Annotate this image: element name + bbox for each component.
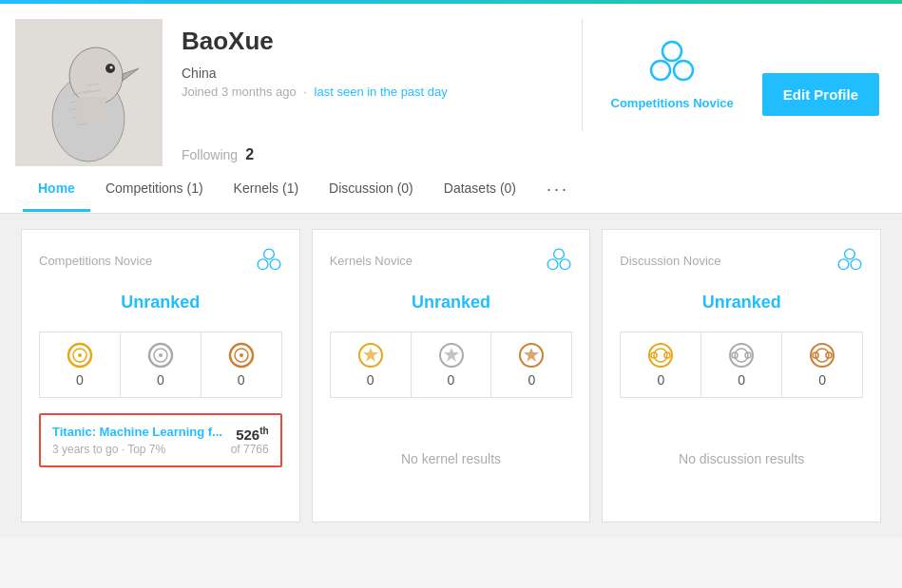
discussion-bronze-icon	[809, 342, 835, 369]
svg-point-38	[649, 344, 672, 367]
svg-point-18	[258, 259, 268, 270]
discussion-no-results: No discussion results	[620, 413, 863, 504]
discussion-silver-cell: 0	[701, 332, 782, 397]
svg-rect-13	[77, 97, 106, 123]
competition-entry[interactable]: Titanic: Machine Learning f... 3 years t…	[39, 413, 282, 467]
edit-profile-area: Edit Profile	[762, 19, 879, 131]
profile-country: China	[182, 66, 563, 81]
svg-point-29	[554, 249, 565, 259]
svg-point-28	[240, 353, 243, 357]
discussion-gold-cell: 0	[621, 332, 701, 397]
kernels-gold-count: 0	[367, 372, 374, 388]
silver-medal-count: 0	[157, 372, 164, 388]
svg-point-46	[811, 344, 834, 367]
gold-medal-cell: 0	[40, 332, 121, 397]
entry-rank: 526th of 7766	[231, 426, 269, 456]
dot-separator: ·	[303, 85, 307, 99]
entry-info: Titanic: Machine Learning f... 3 years t…	[52, 425, 222, 456]
svg-point-35	[845, 249, 855, 259]
bird-avatar-svg	[15, 19, 163, 166]
discussion-bronze-cell: 0	[782, 332, 862, 397]
nav-tabs: Home Competitions (1) Kernels (1) Discus…	[0, 166, 902, 213]
svg-point-16	[674, 61, 693, 80]
kernels-panel: Kernels Novice Unranked 0	[312, 229, 591, 522]
following-count: 2	[245, 146, 254, 163]
kernels-bronze-icon	[518, 342, 545, 369]
entry-title[interactable]: Titanic: Machine Learning f...	[52, 425, 222, 439]
competitions-panel-header: Competitions Novice	[39, 247, 282, 274]
kernels-gold-cell: 0	[331, 332, 412, 397]
profile-info: BaoXue China Joined 3 months ago · last …	[182, 19, 563, 163]
kernels-panel-icon	[546, 247, 572, 274]
profile-name: BaoXue	[182, 27, 563, 56]
svg-point-2	[69, 47, 123, 104]
svg-point-31	[560, 259, 570, 270]
kernels-panel-title: Kernels Novice	[330, 254, 413, 268]
rank-number: 526th	[231, 426, 269, 443]
discussion-silver-icon	[728, 342, 755, 369]
kernels-silver-cell: 0	[412, 332, 492, 397]
following-row: Following 2	[182, 146, 563, 163]
kernels-no-results: No kernel results	[330, 413, 573, 504]
svg-point-19	[270, 259, 280, 270]
kernels-silver-count: 0	[448, 372, 455, 388]
svg-point-47	[816, 349, 829, 362]
more-tabs-button[interactable]: ···	[531, 166, 585, 213]
competitions-panel-title: Competitions Novice	[39, 254, 152, 268]
discussion-gold-icon	[647, 342, 674, 369]
competitions-rank: Unranked	[39, 293, 282, 313]
kernels-gold-icon	[357, 342, 384, 369]
kernels-silver-icon	[438, 342, 465, 369]
svg-point-36	[838, 259, 849, 270]
discussion-bronze-count: 0	[818, 372, 826, 388]
svg-point-22	[78, 353, 82, 357]
kernels-bronze-cell: 0	[491, 332, 571, 397]
tab-datasets[interactable]: Datasets (0)	[429, 167, 531, 212]
discussion-panel: Discussion Novice Unranked 0	[602, 229, 881, 522]
badge-title: Competitions Novice	[611, 95, 734, 112]
bronze-medal-cell: 0	[202, 332, 281, 397]
kernels-medals: 0 0 0	[330, 332, 573, 398]
tab-home[interactable]: Home	[23, 167, 90, 212]
svg-point-14	[662, 42, 681, 61]
avatar	[15, 19, 163, 166]
bronze-medal-icon	[228, 342, 255, 369]
svg-point-37	[851, 259, 861, 270]
profile-header: BaoXue China Joined 3 months ago · last …	[0, 4, 902, 214]
profile-right: Competitions Novice Edit Profile	[582, 19, 879, 131]
svg-point-42	[730, 344, 753, 367]
discussion-gold-count: 0	[657, 372, 664, 388]
competitions-panel: Competitions Novice Unranked 0	[21, 229, 300, 522]
svg-point-17	[263, 249, 274, 259]
discussion-panel-header: Discussion Novice	[620, 247, 863, 274]
discussion-rank: Unranked	[620, 293, 863, 313]
tab-discussion[interactable]: Discussion (0)	[314, 167, 429, 212]
svg-point-43	[735, 349, 748, 362]
joined-text: Joined 3 months ago	[182, 85, 297, 99]
competitions-badge: Competitions Novice	[583, 19, 762, 131]
following-label: Following	[182, 147, 238, 162]
kernels-rank: Unranked	[330, 293, 573, 313]
tab-kernels[interactable]: Kernels (1)	[219, 167, 314, 212]
competitions-medals: 0 0 0	[39, 332, 282, 398]
last-seen-text: last seen in the past day	[315, 85, 448, 99]
gold-medal-count: 0	[76, 372, 84, 388]
kernels-panel-header: Kernels Novice	[330, 247, 573, 274]
tab-competitions[interactable]: Competitions (1)	[90, 167, 219, 212]
svg-point-15	[651, 61, 670, 80]
competitions-panel-icon	[256, 247, 282, 274]
discussion-medals: 0 0 0	[620, 332, 863, 398]
discussion-panel-title: Discussion Novice	[620, 254, 720, 268]
svg-point-5	[110, 66, 113, 69]
edit-profile-button[interactable]: Edit Profile	[762, 73, 879, 116]
silver-medal-cell: 0	[121, 332, 202, 397]
trefoil-badge-icon	[647, 38, 697, 87]
entry-subtitle: 3 years to go · Top 7%	[52, 443, 222, 456]
discussion-silver-count: 0	[738, 372, 745, 388]
gold-medal-icon	[67, 342, 93, 369]
bronze-medal-count: 0	[238, 372, 245, 388]
kernels-bronze-count: 0	[528, 372, 536, 388]
svg-point-25	[159, 353, 163, 357]
silver-medal-icon	[147, 342, 174, 369]
svg-point-30	[547, 259, 558, 270]
